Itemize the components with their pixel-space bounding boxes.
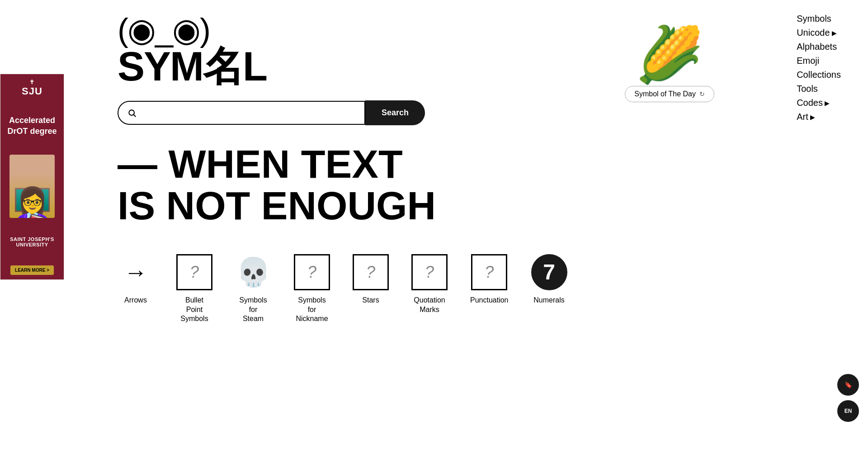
nav-symbols-label: Symbols xyxy=(797,14,831,24)
tagline-line2: IS NOT ENOUGH xyxy=(118,185,561,227)
bullet-point-symbols-icon: ? xyxy=(176,254,212,290)
nav-collections[interactable]: Collections xyxy=(797,70,841,80)
nav-art[interactable]: Art ▶ xyxy=(797,112,841,122)
logo-face: (◉_◉) xyxy=(118,14,561,46)
nav-codes[interactable]: Codes ▶ xyxy=(797,98,841,108)
numerals-icon: 7 xyxy=(531,254,567,290)
symbols-for-nickname-icon: ? xyxy=(294,254,330,290)
right-navigation: Symbols Unicode ▶ Alphabets Emoji Collec… xyxy=(797,14,841,122)
symbols-for-steam-label: Symbols forSteam xyxy=(235,296,271,324)
stars-icon: ? xyxy=(353,254,389,290)
stars-label: Stars xyxy=(362,296,379,305)
numerals-label: Numerals xyxy=(533,296,564,305)
symbol-of-the-day-emoji: 🌽 xyxy=(636,27,703,81)
language-label: EN xyxy=(844,408,852,414)
svg-line-1 xyxy=(134,114,136,117)
nav-unicode-label: Unicode xyxy=(797,28,830,38)
nav-codes-label: Codes xyxy=(797,98,823,108)
nav-symbols[interactable]: Symbols xyxy=(797,14,841,24)
nav-alphabets-label: Alphabets xyxy=(797,42,837,52)
nav-codes-arrow: ▶ xyxy=(825,99,830,107)
language-button[interactable]: EN xyxy=(837,400,859,422)
bookmark-button[interactable]: 🔖 xyxy=(837,374,859,396)
arrows-icon: → xyxy=(118,254,154,290)
bookmark-icon: 🔖 xyxy=(844,381,852,388)
ad-university: Saint Joseph's University xyxy=(5,236,59,247)
advertisement-sidebar: ✝ SJU Accelerated DrOT degree Saint Jose… xyxy=(0,74,64,280)
ad-cta-button[interactable]: LEARN MORE > xyxy=(10,265,54,275)
nav-unicode[interactable]: Unicode ▶ xyxy=(797,28,841,38)
symbol-of-the-day-area: 🌽 Symbol of The Day ↻ xyxy=(625,27,714,102)
search-icon xyxy=(127,109,137,118)
nav-unicode-arrow: ▶ xyxy=(832,29,837,37)
ad-image xyxy=(9,155,55,218)
nav-collections-label: Collections xyxy=(797,70,841,80)
nav-alphabets[interactable]: Alphabets xyxy=(797,42,841,52)
symbols-for-nickname-label: Symbols forNickname xyxy=(294,296,330,324)
logo-text: SYM名L xyxy=(118,46,561,87)
search-area: Search xyxy=(118,100,425,125)
categories-row: → Arrows ? Bullet PointSymbols 💀 Symbols… xyxy=(118,254,561,324)
nav-art-label: Art xyxy=(797,112,808,122)
category-quotation-marks[interactable]: ? QuotationMarks xyxy=(411,254,448,315)
refresh-icon: ↻ xyxy=(699,90,705,98)
tagline-line1: — WHEN TEXT xyxy=(118,143,561,185)
nav-tools[interactable]: Tools xyxy=(797,84,841,94)
nav-emoji-label: Emoji xyxy=(797,56,819,66)
nav-art-arrow: ▶ xyxy=(810,113,815,121)
symbol-of-the-day-label: Symbol of The Day xyxy=(634,90,696,98)
quotation-marks-label: QuotationMarks xyxy=(414,296,445,315)
symbol-of-the-day-button[interactable]: Symbol of The Day ↻ xyxy=(625,86,714,102)
search-input[interactable] xyxy=(141,108,355,118)
search-input-wrapper xyxy=(118,101,365,125)
punctuation-icon: ? xyxy=(471,254,507,290)
category-stars[interactable]: ? Stars xyxy=(353,254,389,305)
svg-point-0 xyxy=(129,110,134,115)
quotation-marks-icon: ? xyxy=(411,254,448,290)
category-numerals[interactable]: 7 Numerals xyxy=(531,254,567,305)
search-button[interactable]: Search xyxy=(365,100,425,125)
nav-tools-label: Tools xyxy=(797,84,818,94)
nav-emoji[interactable]: Emoji xyxy=(797,56,841,66)
ad-logo: ✝ SJU xyxy=(22,79,42,97)
category-arrows[interactable]: → Arrows xyxy=(118,254,154,305)
symbols-for-steam-icon: 💀 xyxy=(235,254,271,290)
category-bullet-point-symbols[interactable]: ? Bullet PointSymbols xyxy=(176,254,212,324)
ad-title: Accelerated DrOT degree xyxy=(5,115,59,137)
bullet-point-symbols-label: Bullet PointSymbols xyxy=(176,296,212,324)
logo-area: (◉_◉) SYM名L xyxy=(118,14,561,87)
main-content: (◉_◉) SYM名L Search — WHEN TEXT IS NOT EN… xyxy=(90,0,588,337)
bottom-right-buttons: 🔖 EN xyxy=(837,374,859,422)
category-symbols-for-steam[interactable]: 💀 Symbols forSteam xyxy=(235,254,271,324)
category-punctuation[interactable]: ? Punctuation xyxy=(470,254,509,305)
punctuation-label: Punctuation xyxy=(470,296,509,305)
arrows-label: Arrows xyxy=(124,296,147,305)
category-symbols-for-nickname[interactable]: ? Symbols forNickname xyxy=(294,254,330,324)
tagline: — WHEN TEXT IS NOT ENOUGH xyxy=(118,143,561,227)
